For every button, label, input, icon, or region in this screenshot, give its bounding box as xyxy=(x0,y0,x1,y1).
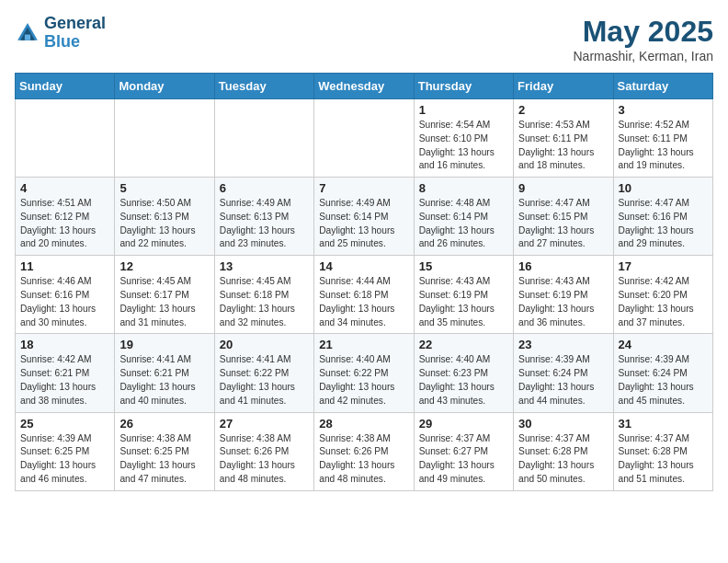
day-number: 15 xyxy=(419,259,508,273)
day-cell: 26Sunrise: 4:38 AM Sunset: 6:25 PM Dayli… xyxy=(115,412,214,490)
week-row-1: 1Sunrise: 4:54 AM Sunset: 6:10 PM Daylig… xyxy=(16,99,713,178)
logo-general: General xyxy=(44,15,106,33)
day-cell: 13Sunrise: 4:45 AM Sunset: 6:18 PM Dayli… xyxy=(214,256,313,334)
day-detail: Sunrise: 4:41 AM Sunset: 6:22 PM Dayligh… xyxy=(220,353,309,408)
day-number: 23 xyxy=(518,338,608,351)
col-header-monday: Monday xyxy=(115,74,214,99)
day-number: 17 xyxy=(619,259,708,273)
day-cell: 17Sunrise: 4:42 AM Sunset: 6:20 PM Dayli… xyxy=(613,256,712,334)
day-number: 1 xyxy=(419,103,508,117)
day-detail: Sunrise: 4:39 AM Sunset: 6:24 PM Dayligh… xyxy=(518,353,608,408)
day-detail: Sunrise: 4:45 AM Sunset: 6:18 PM Dayligh… xyxy=(220,275,309,329)
day-cell: 20Sunrise: 4:41 AM Sunset: 6:22 PM Dayli… xyxy=(214,334,313,412)
page: General Blue May 2025 Narmashir, Kerman,… xyxy=(0,0,728,506)
day-number: 24 xyxy=(619,338,708,351)
day-cell: 25Sunrise: 4:39 AM Sunset: 6:25 PM Dayli… xyxy=(16,412,115,490)
day-detail: Sunrise: 4:43 AM Sunset: 6:19 PM Dayligh… xyxy=(518,275,608,329)
col-header-tuesday: Tuesday xyxy=(214,74,313,99)
day-number: 29 xyxy=(419,417,508,431)
logo-blue: Blue xyxy=(44,33,106,52)
day-detail: Sunrise: 4:49 AM Sunset: 6:13 PM Dayligh… xyxy=(220,197,309,251)
logo: General Blue xyxy=(15,15,106,52)
day-detail: Sunrise: 4:51 AM Sunset: 6:12 PM Dayligh… xyxy=(20,197,109,251)
day-cell: 8Sunrise: 4:48 AM Sunset: 6:14 PM Daylig… xyxy=(414,178,513,256)
day-cell: 6Sunrise: 4:49 AM Sunset: 6:13 PM Daylig… xyxy=(214,178,313,256)
day-detail: Sunrise: 4:45 AM Sunset: 6:17 PM Dayligh… xyxy=(119,275,209,329)
location-subtitle: Narmashir, Kerman, Iran xyxy=(574,49,714,63)
day-number: 11 xyxy=(20,259,109,273)
day-cell: 15Sunrise: 4:43 AM Sunset: 6:19 PM Dayli… xyxy=(414,256,513,334)
day-cell xyxy=(214,99,313,178)
day-cell xyxy=(16,99,115,178)
day-detail: Sunrise: 4:48 AM Sunset: 6:14 PM Dayligh… xyxy=(419,197,508,251)
day-cell: 16Sunrise: 4:43 AM Sunset: 6:19 PM Dayli… xyxy=(514,256,613,334)
col-header-saturday: Saturday xyxy=(613,74,712,99)
week-row-3: 11Sunrise: 4:46 AM Sunset: 6:16 PM Dayli… xyxy=(16,256,713,334)
day-cell: 5Sunrise: 4:50 AM Sunset: 6:13 PM Daylig… xyxy=(115,178,214,256)
day-detail: Sunrise: 4:38 AM Sunset: 6:26 PM Dayligh… xyxy=(319,432,408,487)
day-cell: 12Sunrise: 4:45 AM Sunset: 6:17 PM Dayli… xyxy=(115,256,214,334)
day-number: 10 xyxy=(619,181,708,195)
day-cell: 18Sunrise: 4:42 AM Sunset: 6:21 PM Dayli… xyxy=(16,334,115,412)
day-detail: Sunrise: 4:38 AM Sunset: 6:26 PM Dayligh… xyxy=(220,432,309,487)
day-number: 8 xyxy=(419,181,508,195)
col-header-friday: Friday xyxy=(514,74,613,99)
week-row-4: 18Sunrise: 4:42 AM Sunset: 6:21 PM Dayli… xyxy=(16,334,713,412)
day-number: 30 xyxy=(518,417,608,431)
day-number: 6 xyxy=(220,181,309,195)
day-detail: Sunrise: 4:54 AM Sunset: 6:10 PM Dayligh… xyxy=(419,119,508,173)
day-number: 26 xyxy=(119,417,209,431)
day-cell: 9Sunrise: 4:47 AM Sunset: 6:15 PM Daylig… xyxy=(514,178,613,256)
calendar-header-row: SundayMondayTuesdayWednesdayThursdayFrid… xyxy=(16,74,713,99)
day-number: 25 xyxy=(20,417,109,431)
day-cell: 4Sunrise: 4:51 AM Sunset: 6:12 PM Daylig… xyxy=(16,178,115,256)
day-number: 4 xyxy=(20,181,109,195)
day-cell: 19Sunrise: 4:41 AM Sunset: 6:21 PM Dayli… xyxy=(115,334,214,412)
day-cell xyxy=(115,99,214,178)
day-number: 13 xyxy=(220,259,309,273)
col-header-thursday: Thursday xyxy=(414,74,513,99)
day-cell: 24Sunrise: 4:39 AM Sunset: 6:24 PM Dayli… xyxy=(613,334,712,412)
day-cell: 1Sunrise: 4:54 AM Sunset: 6:10 PM Daylig… xyxy=(414,99,513,178)
day-number: 22 xyxy=(419,338,508,351)
day-number: 18 xyxy=(20,338,109,351)
day-detail: Sunrise: 4:39 AM Sunset: 6:25 PM Dayligh… xyxy=(20,432,109,487)
week-row-2: 4Sunrise: 4:51 AM Sunset: 6:12 PM Daylig… xyxy=(16,178,713,256)
day-detail: Sunrise: 4:37 AM Sunset: 6:27 PM Dayligh… xyxy=(419,432,508,487)
day-detail: Sunrise: 4:42 AM Sunset: 6:21 PM Dayligh… xyxy=(20,353,109,408)
col-header-sunday: Sunday xyxy=(16,74,115,99)
day-detail: Sunrise: 4:42 AM Sunset: 6:20 PM Dayligh… xyxy=(619,275,708,329)
title-block: May 2025 Narmashir, Kerman, Iran xyxy=(574,15,714,63)
day-number: 16 xyxy=(518,259,608,273)
day-detail: Sunrise: 4:46 AM Sunset: 6:16 PM Dayligh… xyxy=(20,275,109,329)
day-cell: 3Sunrise: 4:52 AM Sunset: 6:11 PM Daylig… xyxy=(613,99,712,178)
week-row-5: 25Sunrise: 4:39 AM Sunset: 6:25 PM Dayli… xyxy=(16,412,713,490)
day-cell: 7Sunrise: 4:49 AM Sunset: 6:14 PM Daylig… xyxy=(314,178,414,256)
day-number: 9 xyxy=(518,181,608,195)
day-cell: 30Sunrise: 4:37 AM Sunset: 6:28 PM Dayli… xyxy=(514,412,613,490)
day-detail: Sunrise: 4:41 AM Sunset: 6:21 PM Dayligh… xyxy=(119,353,209,408)
day-cell: 2Sunrise: 4:53 AM Sunset: 6:11 PM Daylig… xyxy=(514,99,613,178)
day-number: 31 xyxy=(619,417,708,431)
day-cell: 28Sunrise: 4:38 AM Sunset: 6:26 PM Dayli… xyxy=(314,412,414,490)
day-detail: Sunrise: 4:47 AM Sunset: 6:16 PM Dayligh… xyxy=(619,197,708,251)
day-number: 21 xyxy=(319,338,408,351)
day-number: 7 xyxy=(319,181,408,195)
day-detail: Sunrise: 4:52 AM Sunset: 6:11 PM Dayligh… xyxy=(619,119,708,173)
day-cell: 22Sunrise: 4:40 AM Sunset: 6:23 PM Dayli… xyxy=(414,334,513,412)
month-title: May 2025 xyxy=(574,15,714,49)
logo-icon xyxy=(15,20,40,46)
day-detail: Sunrise: 4:40 AM Sunset: 6:23 PM Dayligh… xyxy=(419,353,508,408)
day-cell: 29Sunrise: 4:37 AM Sunset: 6:27 PM Dayli… xyxy=(414,412,513,490)
day-cell: 23Sunrise: 4:39 AM Sunset: 6:24 PM Dayli… xyxy=(514,334,613,412)
day-detail: Sunrise: 4:37 AM Sunset: 6:28 PM Dayligh… xyxy=(518,432,608,487)
header: General Blue May 2025 Narmashir, Kerman,… xyxy=(15,15,713,63)
day-detail: Sunrise: 4:44 AM Sunset: 6:18 PM Dayligh… xyxy=(319,275,408,329)
day-detail: Sunrise: 4:43 AM Sunset: 6:19 PM Dayligh… xyxy=(419,275,508,329)
day-cell: 10Sunrise: 4:47 AM Sunset: 6:16 PM Dayli… xyxy=(613,178,712,256)
day-cell: 27Sunrise: 4:38 AM Sunset: 6:26 PM Dayli… xyxy=(214,412,313,490)
day-cell: 11Sunrise: 4:46 AM Sunset: 6:16 PM Dayli… xyxy=(16,256,115,334)
day-detail: Sunrise: 4:38 AM Sunset: 6:25 PM Dayligh… xyxy=(119,432,209,487)
day-detail: Sunrise: 4:49 AM Sunset: 6:14 PM Dayligh… xyxy=(319,197,408,251)
day-cell: 31Sunrise: 4:37 AM Sunset: 6:28 PM Dayli… xyxy=(613,412,712,490)
